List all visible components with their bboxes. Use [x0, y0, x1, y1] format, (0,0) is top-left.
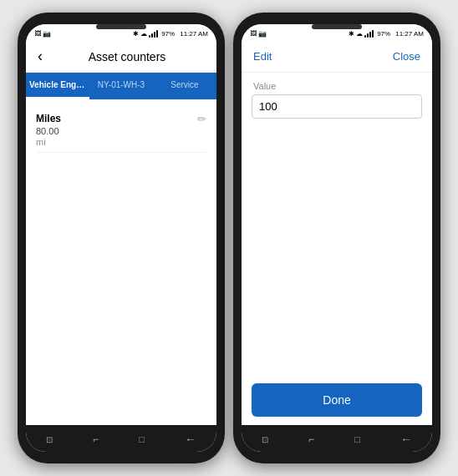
value-label: Value [252, 81, 422, 91]
status-left-icons-2: 🖼 📷 [250, 30, 267, 38]
asset-content: Miles 80.00 mi ✏ [26, 99, 216, 425]
status-right-icons-2: ✱ ☁ 97% 11:27 AM [349, 30, 424, 38]
nav-home-icon[interactable]: □ [132, 433, 151, 446]
battery-text: 97% [161, 30, 175, 38]
screen-2: 🖼 📷 ✱ ☁ 97% 11:27 AM Edit Close V [242, 24, 432, 452]
nav-back-icon-2[interactable]: ← [394, 431, 419, 448]
value-input[interactable]: 100 [252, 94, 422, 119]
network-icon-2: ☁ [356, 30, 363, 38]
miles-edit-icon[interactable]: ✏ [197, 113, 206, 125]
bluetooth-icon: ✱ [133, 30, 139, 38]
time-text: 11:27 AM [180, 30, 208, 38]
bluetooth-icon-2: ✱ [349, 30, 354, 38]
miles-value: 80.00 [36, 126, 61, 136]
status-right-icons: ✱ ☁ 97% 11:27 AM [133, 30, 208, 38]
bottom-nav-2: ⊡ ⌐ □ ← [242, 425, 432, 452]
nav-square-icon-2[interactable]: ⊡ [255, 433, 275, 446]
edit-label[interactable]: Edit [253, 50, 272, 63]
edit-header: Edit Close [242, 41, 432, 73]
back-button[interactable]: ‹ [34, 48, 46, 65]
miles-info: Miles 80.00 mi [36, 113, 61, 147]
tab-vehicle-engine[interactable]: Vehicle Engine [26, 73, 89, 99]
signal-bars [149, 30, 158, 38]
signal-bars-2 [364, 30, 374, 38]
phone-2: 🖼 📷 ✱ ☁ 97% 11:27 AM Edit Close V [233, 13, 440, 463]
nav-square-icon[interactable]: ⊡ [39, 433, 59, 446]
tab-ny01wh3[interactable]: NY-01-WH-3 [89, 73, 153, 99]
miles-unit: mi [36, 137, 61, 147]
nav-recent-icon[interactable]: ⌐ [86, 432, 105, 447]
phone-1: 🖼 📷 ✱ ☁ 97% 11:27 AM ‹ Asset counters Ve [18, 13, 225, 463]
status-bar-2: 🖼 📷 ✱ ☁ 97% 11:27 AM [242, 24, 432, 41]
nav-home-icon-2[interactable]: □ [348, 433, 367, 446]
network-icon: ☁ [140, 30, 147, 38]
status-bar-1: 🖼 📷 ✱ ☁ 97% 11:27 AM [26, 24, 216, 41]
done-btn-container: Done [242, 375, 432, 425]
miles-label: Miles [36, 113, 61, 124]
header-title: Asset counters [46, 50, 208, 63]
nav-back-icon[interactable]: ← [178, 431, 203, 448]
screen-1: 🖼 📷 ✱ ☁ 97% 11:27 AM ‹ Asset counters Ve [26, 24, 216, 452]
bottom-nav-1: ⊡ ⌐ □ ← [26, 425, 216, 452]
time-text-2: 11:27 AM [395, 30, 424, 38]
status-left-icons: 🖼 📷 [34, 30, 51, 38]
nav-recent-icon-2[interactable]: ⌐ [302, 432, 321, 447]
miles-row: Miles 80.00 mi ✏ [36, 108, 206, 153]
tab-bar: Vehicle Engine NY-01-WH-3 Service [26, 73, 216, 99]
done-button[interactable]: Done [252, 383, 422, 417]
tab-service[interactable]: Service [153, 73, 216, 99]
battery-text-2: 97% [377, 30, 390, 38]
close-button[interactable]: Close [393, 50, 420, 63]
edit-content: Value 100 [242, 73, 432, 375]
asset-counters-header: ‹ Asset counters [26, 41, 216, 73]
